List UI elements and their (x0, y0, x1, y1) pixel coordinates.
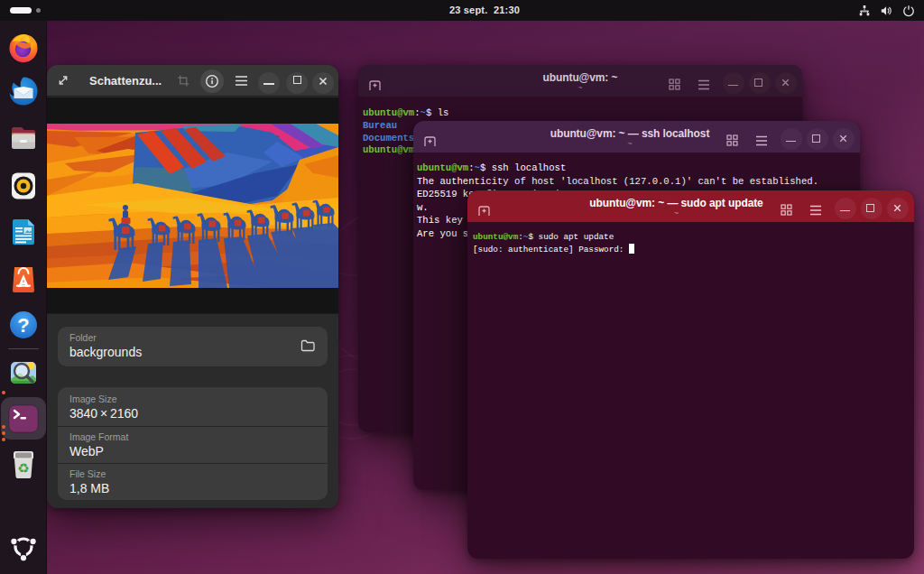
svg-text:♻: ♻ (17, 460, 29, 476)
svg-text:?: ? (17, 313, 29, 336)
